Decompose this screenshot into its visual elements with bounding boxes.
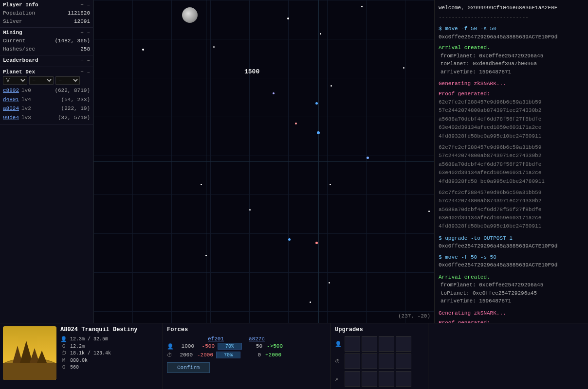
planet-dot-6[interactable] [273,92,275,94]
clock-val: 18.1k / 123.4k [70,351,111,356]
sidebar: Player Info + – Population 1121820 Silve… [0,0,93,323]
upgrades-panel: Upgrades 👤 ⏱ [331,323,428,389]
forces-r1d1: -500 [197,343,215,349]
term-proof-generated1: Proof generated: [439,90,584,98]
player-info-controls[interactable]: + – [80,2,90,8]
player-info-section: Player Info + – Population 1121820 Silve… [0,0,93,28]
m-val: 880.0k [70,358,88,363]
planet-dot-20[interactable] [329,282,330,283]
planet-list-item[interactable]: a8024 lv2 (222, 10) [3,104,90,113]
pop-val: 12.3m / 32.5m [70,336,108,342]
planet-dot-5[interactable] [320,33,321,35]
planet-filter-1[interactable]: – [29,76,54,85]
planet-dot-23[interactable] [310,301,311,303]
mining-section: Mining + – Current (1482, 365) Hashes/se… [0,28,93,55]
upgrade-slot-6[interactable] [362,354,377,369]
planet-dot-3[interactable] [213,46,215,48]
term-generating1: Generating zkSNARK... [439,80,584,88]
terminal-panel: Welcome, 0x999999cf1046e68e36E1aA2E0E --… [434,0,588,323]
planet-dot-1[interactable] [287,18,289,19]
planet-dot-22[interactable] [205,255,207,256]
upgrade-slot-5[interactable] [345,354,360,369]
leaderboard-controls[interactable]: + – [80,57,90,63]
map-hline1 [93,161,434,162]
leaderboard-title: Leaderboard [3,57,38,63]
forces-r1v1: 1000 [177,343,194,349]
planet-dex-filters: V – – [3,76,90,85]
mining-controls[interactable]: + – [80,30,90,35]
upgrade-slot-9[interactable] [345,371,360,387]
planet-dot-18[interactable] [428,211,430,212]
planet-info-title: A8024 Tranquil Destiny [60,326,137,333]
upgrade-slot-7[interactable] [379,354,394,369]
player-info-title: Player Info [3,2,38,8]
planet-list-item[interactable]: c8802 lv0 (622, 8710) [3,86,90,95]
term-proof1a: 62c7fc2cf288457e9d96b6c59a31bb59 [439,99,584,106]
planet-dot-24[interactable] [201,184,202,185]
term-arrival1-time: arriveTime: 1596487871 [441,68,584,76]
planet-dex-controls[interactable]: + – [80,69,90,75]
term-proof3e: 4fd89328fd58bc0a995e10be24780911 [439,223,584,230]
upgrade-slot-2[interactable] [362,336,377,352]
term-proof-generated2: Proof generated: [439,319,584,323]
person-icon: 👤 [60,336,67,342]
term-arrival1-event: Arrival created. [439,44,584,52]
planet-dot-19[interactable] [249,209,251,211]
term-cmd2: $ upgrade -to OUTPOST_1 [439,234,584,243]
confirm-button[interactable]: Confirm [167,362,210,373]
forces-planet1[interactable]: ef201 [208,336,225,342]
planet-list-item[interactable]: d4801 lv4 (54, 233) [3,95,90,105]
term-proof3c: a5688a70dcbf4cf6dd78f56f27f8bdfe [439,206,584,213]
term-proof2c: a5688a70dcbf4cf6dd78f56f27f8bdfe [439,161,584,168]
term-proof1c: a5688a70dcbf4cf6dd78f56f27f8bdfe [439,116,584,123]
leaderboard-section: Leaderboard + – [0,55,93,67]
upgrade-slot-10[interactable] [362,371,377,387]
current-label: Current [3,37,25,45]
forces-clock-icon: ⏱ [167,352,172,358]
upgrade-slot-11[interactable] [379,371,394,387]
bottom-spacer [428,323,588,389]
g-icon-2: G [60,364,67,370]
term-divider: ---------------------------- [439,13,584,21]
term-generating2: Generating zkSNARK... [439,309,584,318]
term-addr2: 0xc0ffee254729296a45a3885639AC7E10F9d [439,242,584,250]
map-container[interactable]: 1500 (237, -20) [93,0,434,323]
planet-dot-10[interactable] [317,131,320,134]
forces-planet2[interactable]: a827c [249,336,266,342]
upgrade-slot-12[interactable] [396,371,411,387]
forces-r2d2: +2000 [264,352,281,358]
planet-dot-4[interactable] [142,49,144,51]
planet-filter-v[interactable]: V [3,76,27,85]
g-val2: 560 [70,365,79,370]
bottom-panel: A8024 Tranquil Destiny 👤 12.3m / 32.5m G… [0,323,588,389]
planet-info-details: A8024 Tranquil Destiny 👤 12.3m / 32.5m G… [60,326,137,386]
forces-r1v2: 50 [245,343,262,349]
planet-dot-9[interactable] [295,123,297,124]
planet-dot-14[interactable] [367,157,369,159]
planet-dot-8[interactable] [315,102,318,105]
g-icon-1: G [60,343,67,349]
upgrade-slot-4[interactable] [396,336,411,352]
coords-display: (237, -20) [398,313,430,319]
planet-dot-11[interactable] [403,67,404,69]
term-proof3b: 57c2442074800ab8743971ec274330b2 [439,197,584,205]
forces-r2v2: 0 [243,352,261,358]
planet-list-item[interactable]: 99de4 lv3 (32, 5710) [3,113,90,123]
term-proof2b: 57c2442074800ab8743971ec274330b2 [439,152,584,159]
term-addr3: 0xc0ffee254729296a45a3885639AC7E10F9d [439,261,584,269]
upgrade-slot-3[interactable] [379,336,394,352]
forces-panel: Forces ef201 a827c 👤 1000 -500 70% 50 ->… [163,323,331,389]
upgrade-slot-1[interactable] [345,336,360,352]
planet-dot-16[interactable] [288,238,291,241]
term-proof3d: 63e402d39134afecd1059e603171a2ce [439,214,584,222]
planet-dot-7[interactable] [331,85,332,87]
planet-large[interactable] [182,7,198,23]
planet-dot-2[interactable] [361,6,363,7]
population-value: 1121820 [68,9,90,18]
svg-rect-8 [3,363,56,380]
planet-filter-2[interactable]: – [55,76,80,85]
term-cmd1: $ move -f 50 -s 50 [439,25,584,33]
planet-dot-15[interactable] [330,184,331,185]
planet-dot-17[interactable] [315,242,318,244]
upgrade-slot-8[interactable] [396,354,411,369]
